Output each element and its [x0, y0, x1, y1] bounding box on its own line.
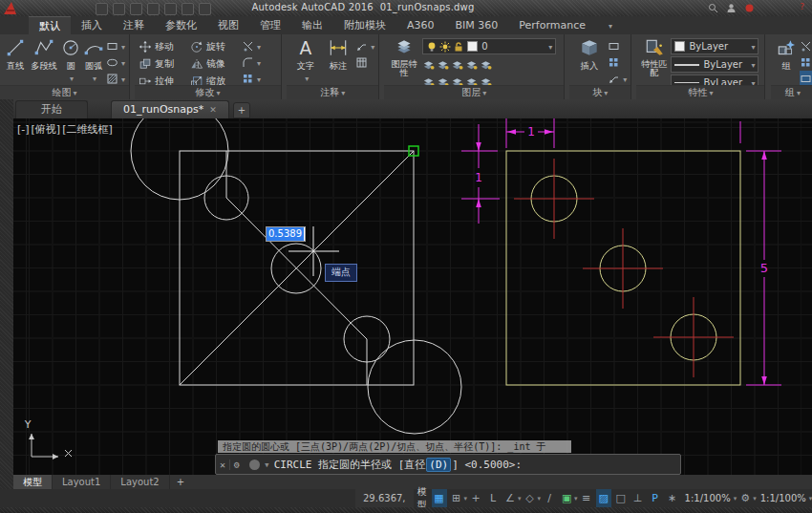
rectangle-button[interactable] [106, 38, 125, 53]
osnap-tracking-icon[interactable]: ∕ [542, 489, 557, 507]
dynamic-input-toggle-icon[interactable]: + [468, 489, 483, 507]
object-snap-icon[interactable]: ▣ [559, 489, 574, 507]
viewport-controls[interactable]: [-][俯视][二维线框] [17, 122, 115, 137]
signin-user-icon[interactable] [726, 3, 737, 13]
a360-icon[interactable] [744, 3, 755, 13]
transparency-toggle-icon[interactable]: ▨ [596, 489, 611, 507]
layer-freeze-button[interactable] [451, 56, 463, 72]
ribbon-tab-performance[interactable]: Performance [508, 16, 596, 34]
new-layout-icon[interactable]: + [170, 477, 191, 487]
viewport-menu-control[interactable]: [-] [17, 123, 30, 136]
file-tab-document[interactable]: 01_runOsnaps* ✕ [111, 100, 229, 118]
ribbon-tab-view[interactable]: 视图 [207, 16, 249, 34]
ribbon-options-icon[interactable] [596, 16, 623, 34]
layer-properties-button[interactable]: 图层特性 [388, 36, 420, 78]
right-figure[interactable] [506, 151, 740, 385]
ucs-icon[interactable] [29, 434, 72, 460]
workspace-switching-icon[interactable]: ⚙ [737, 489, 753, 507]
layout-tab-model[interactable]: 模型 [13, 475, 53, 489]
layout-tab-layout1[interactable]: Layout1 [53, 475, 111, 489]
visual-style-control[interactable]: [二维线框] [62, 123, 113, 136]
circle-button[interactable]: 圆 [60, 36, 81, 83]
layer-lock-button[interactable] [465, 56, 478, 72]
ribbon-tab-manage[interactable]: 管理 [249, 16, 291, 34]
text-button[interactable]: 文字 [290, 36, 321, 83]
snap-toggle-icon[interactable]: ⊞ [449, 489, 464, 507]
polyline-button[interactable]: 多段线 [30, 36, 58, 73]
arc-button[interactable]: 圆弧 [83, 36, 104, 83]
command-line[interactable]: ✕ ⚙ ▾ CIRCLE 指定圆的半径或 [直径(D)] <0.5000>: [215, 454, 681, 475]
layout-tab-layout2[interactable]: Layout2 [111, 475, 169, 489]
annotation-monitor-icon[interactable]: P [648, 489, 663, 507]
group-button[interactable]: 组 [775, 36, 798, 73]
fillet-button[interactable] [242, 54, 261, 70]
ellipse-button[interactable] [106, 54, 125, 70]
panel-block-label[interactable]: 块 [569, 85, 630, 99]
customize-command-icon[interactable]: ⚙ [230, 460, 244, 470]
ribbon-tab-output[interactable]: 输出 [291, 16, 333, 34]
table-button[interactable] [355, 54, 374, 70]
dynamic-input-field[interactable]: 0.5389 [266, 226, 306, 242]
ribbon-tab-addins[interactable]: 附加模块 [333, 16, 396, 34]
panel-groups-label[interactable]: 组 [771, 85, 812, 99]
group-selection-toggle[interactable] [800, 71, 812, 86]
hatch-button[interactable] [106, 71, 125, 86]
mirror-button[interactable]: 镜像 [190, 55, 240, 72]
ribbon-tab-annotate[interactable]: 注释 [113, 16, 155, 34]
layer-match-button[interactable] [480, 56, 492, 72]
help-icon[interactable]: ? [800, 2, 804, 12]
dimension-button[interactable]: 标注 [323, 36, 353, 73]
ribbon-tab-a360[interactable]: A360 [396, 16, 445, 34]
lineweight-toggle-icon[interactable]: ≡ [579, 489, 594, 507]
polar-dropdown-icon[interactable]: ▾ [518, 495, 522, 502]
panel-annotation-label[interactable]: 注释 [287, 85, 378, 99]
polar-tracking-icon[interactable]: ∠ [502, 489, 518, 507]
annotation-scale-control[interactable]: 1:1/100% [681, 493, 735, 503]
line-button[interactable]: 直线 [4, 36, 28, 73]
search-icon[interactable] [708, 3, 718, 13]
left-figure[interactable] [131, 118, 461, 434]
dynamic-ucs-icon[interactable]: ⊥ [630, 489, 646, 507]
ortho-toggle-icon[interactable]: L [485, 489, 501, 507]
ribbon-tab-insert[interactable]: 插入 [71, 16, 113, 34]
layer-select[interactable]: 0 [422, 38, 556, 54]
isodraft-icon[interactable]: ◇ [523, 489, 538, 507]
copy-button[interactable]: 复制 [139, 55, 188, 72]
leader-button[interactable] [355, 38, 374, 53]
close-tab-icon[interactable]: ✕ [209, 101, 217, 118]
ribbon-tab-parametric[interactable]: 参数化 [155, 16, 207, 34]
dimensions[interactable] [461, 118, 781, 385]
file-tab-start[interactable]: 开始 [15, 100, 88, 118]
ribbon-tab-default[interactable]: 默认 [29, 16, 71, 34]
object-color-select[interactable]: ByLayer [671, 38, 759, 54]
view-control[interactable]: [俯视] [32, 123, 61, 136]
annotation-scale-dropdown-icon[interactable]: ▾ [734, 495, 737, 502]
selection-cycling-icon[interactable]: □ [613, 489, 629, 507]
array-button[interactable] [242, 71, 261, 86]
snap-dropdown-icon[interactable]: ▾ [464, 495, 468, 502]
model-space-canvas[interactable]: 1 1 5 Y [-][俯视][二维线框] 0.5389 端点 指定圆的圆心或 … [13, 118, 812, 475]
close-command-icon[interactable]: ✕ [216, 460, 230, 470]
lineweight-select[interactable]: ByLayer [671, 56, 759, 73]
viewport-scale-control[interactable]: 1:1/100% [757, 493, 810, 503]
layer-isolate-button[interactable] [437, 56, 449, 72]
command-suggest-icon[interactable] [249, 460, 260, 470]
grid-toggle-icon[interactable]: ▦ [432, 489, 447, 507]
block-attributes-button[interactable] [608, 71, 627, 86]
layer-off-button[interactable] [422, 56, 435, 72]
rotate-button[interactable]: 旋转 [190, 38, 240, 54]
panel-draw-label[interactable]: 绘图 [0, 85, 129, 99]
annotation-visibility-icon[interactable]: ∗ [665, 489, 680, 507]
create-block-button[interactable] [608, 38, 627, 53]
diameter-option-key[interactable]: (D) [426, 458, 451, 472]
ungroup-button[interactable] [800, 38, 812, 53]
osnap-dropdown-icon[interactable]: ▾ [574, 495, 578, 502]
panel-layers-label[interactable]: 图层 [384, 85, 564, 99]
trim-button[interactable] [242, 38, 261, 53]
match-properties-button[interactable]: 特性匹配 [640, 36, 669, 78]
move-button[interactable]: 移动 [139, 38, 188, 54]
ribbon-tab-bim360[interactable]: BIM 360 [445, 16, 509, 34]
panel-modify-label[interactable]: 修改 [135, 85, 281, 99]
group-edit-button[interactable] [800, 54, 812, 70]
insert-block-button[interactable]: 插入 [573, 36, 606, 73]
